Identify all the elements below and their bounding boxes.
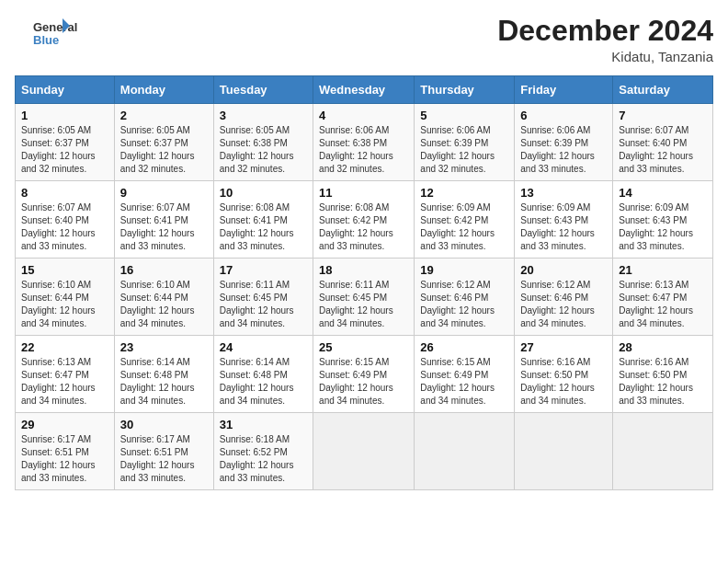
calendar-day-cell	[515, 413, 613, 490]
day-info: Sunrise: 6:15 AMSunset: 6:49 PMDaylight:…	[319, 356, 408, 408]
day-number: 1	[21, 109, 108, 122]
calendar-day-cell: 18Sunrise: 6:11 AMSunset: 6:45 PMDayligh…	[313, 259, 415, 336]
day-info: Sunrise: 6:13 AMSunset: 6:47 PMDaylight:…	[619, 279, 707, 330]
calendar-week-row: 1Sunrise: 6:05 AMSunset: 6:37 PMDaylight…	[16, 104, 713, 181]
day-number: 31	[220, 418, 307, 431]
header-day-sunday: Sunday	[16, 76, 115, 104]
day-number: 26	[420, 340, 508, 354]
header-day-wednesday: Wednesday	[313, 76, 415, 104]
day-info: Sunrise: 6:18 AMSunset: 6:52 PMDaylight:…	[220, 433, 307, 485]
calendar-day-cell: 31Sunrise: 6:18 AMSunset: 6:52 PMDayligh…	[213, 413, 313, 490]
day-number: 21	[619, 263, 707, 277]
day-number: 4	[319, 109, 408, 122]
day-info: Sunrise: 6:05 AMSunset: 6:38 PMDaylight:…	[220, 124, 307, 176]
calendar-header-row: SundayMondayTuesdayWednesdayThursdayFrid…	[16, 76, 713, 104]
calendar-day-cell: 6Sunrise: 6:06 AMSunset: 6:39 PMDaylight…	[515, 104, 613, 181]
day-info: Sunrise: 6:15 AMSunset: 6:49 PMDaylight:…	[420, 356, 508, 408]
calendar-week-row: 29Sunrise: 6:17 AMSunset: 6:51 PMDayligh…	[16, 413, 713, 490]
day-number: 20	[520, 263, 607, 277]
day-number: 28	[619, 340, 707, 354]
day-info: Sunrise: 6:08 AMSunset: 6:42 PMDaylight:…	[319, 201, 408, 253]
day-number: 24	[220, 340, 307, 354]
day-info: Sunrise: 6:10 AMSunset: 6:44 PMDaylight:…	[21, 279, 108, 330]
day-info: Sunrise: 6:07 AMSunset: 6:40 PMDaylight:…	[21, 201, 108, 253]
day-info: Sunrise: 6:17 AMSunset: 6:51 PMDaylight:…	[21, 433, 108, 485]
calendar-day-cell: 15Sunrise: 6:10 AMSunset: 6:44 PMDayligh…	[16, 259, 115, 336]
calendar-day-cell: 19Sunrise: 6:12 AMSunset: 6:46 PMDayligh…	[415, 259, 515, 336]
calendar-day-cell: 5Sunrise: 6:06 AMSunset: 6:39 PMDaylight…	[415, 104, 515, 181]
calendar-day-cell: 13Sunrise: 6:09 AMSunset: 6:43 PMDayligh…	[515, 181, 613, 259]
day-number: 3	[220, 109, 307, 122]
day-info: Sunrise: 6:14 AMSunset: 6:48 PMDaylight:…	[220, 356, 307, 408]
day-number: 15	[21, 263, 108, 277]
day-number: 8	[21, 186, 108, 200]
day-info: Sunrise: 6:08 AMSunset: 6:41 PMDaylight:…	[220, 201, 307, 253]
calendar-day-cell: 7Sunrise: 6:07 AMSunset: 6:40 PMDaylight…	[613, 104, 713, 181]
day-number: 18	[319, 263, 408, 277]
day-info: Sunrise: 6:13 AMSunset: 6:47 PMDaylight:…	[21, 356, 108, 408]
calendar-day-cell: 9Sunrise: 6:07 AMSunset: 6:41 PMDaylight…	[114, 181, 213, 259]
svg-text:General: General	[33, 20, 77, 34]
day-number: 22	[21, 340, 108, 354]
calendar-day-cell: 28Sunrise: 6:16 AMSunset: 6:50 PMDayligh…	[613, 336, 713, 413]
location: Kidatu, Tanzania	[497, 49, 713, 64]
calendar-day-cell: 16Sunrise: 6:10 AMSunset: 6:44 PMDayligh…	[114, 259, 213, 336]
calendar-day-cell: 29Sunrise: 6:17 AMSunset: 6:51 PMDayligh…	[16, 413, 115, 490]
day-number: 7	[619, 109, 707, 122]
calendar-week-row: 8Sunrise: 6:07 AMSunset: 6:40 PMDaylight…	[16, 181, 713, 259]
calendar-week-row: 22Sunrise: 6:13 AMSunset: 6:47 PMDayligh…	[16, 336, 713, 413]
calendar-day-cell	[415, 413, 515, 490]
calendar-day-cell: 11Sunrise: 6:08 AMSunset: 6:42 PMDayligh…	[313, 181, 415, 259]
calendar-day-cell: 25Sunrise: 6:15 AMSunset: 6:49 PMDayligh…	[313, 336, 415, 413]
calendar-day-cell: 4Sunrise: 6:06 AMSunset: 6:38 PMDaylight…	[313, 104, 415, 181]
calendar-day-cell: 12Sunrise: 6:09 AMSunset: 6:42 PMDayligh…	[415, 181, 515, 259]
day-info: Sunrise: 6:09 AMSunset: 6:42 PMDaylight:…	[420, 201, 508, 253]
logo-icon: General Blue	[15, 15, 88, 52]
day-info: Sunrise: 6:11 AMSunset: 6:45 PMDaylight:…	[220, 279, 307, 330]
day-info: Sunrise: 6:14 AMSunset: 6:48 PMDaylight:…	[120, 356, 208, 408]
header-day-saturday: Saturday	[613, 76, 713, 104]
calendar-day-cell: 1Sunrise: 6:05 AMSunset: 6:37 PMDaylight…	[16, 104, 115, 181]
calendar-day-cell: 27Sunrise: 6:16 AMSunset: 6:50 PMDayligh…	[515, 336, 613, 413]
day-number: 9	[120, 186, 208, 200]
day-info: Sunrise: 6:06 AMSunset: 6:39 PMDaylight:…	[520, 124, 607, 176]
day-info: Sunrise: 6:07 AMSunset: 6:41 PMDaylight:…	[120, 201, 208, 253]
svg-text:Blue: Blue	[33, 33, 59, 47]
calendar-day-cell: 2Sunrise: 6:05 AMSunset: 6:37 PMDaylight…	[114, 104, 213, 181]
day-number: 19	[420, 263, 508, 277]
day-number: 5	[420, 109, 508, 122]
calendar-week-row: 15Sunrise: 6:10 AMSunset: 6:44 PMDayligh…	[16, 259, 713, 336]
page-header: General Blue December 2024 Kidatu, Tanza…	[15, 15, 713, 64]
calendar-day-cell: 24Sunrise: 6:14 AMSunset: 6:48 PMDayligh…	[213, 336, 313, 413]
day-number: 10	[220, 186, 307, 200]
day-number: 13	[520, 186, 607, 200]
calendar-day-cell: 3Sunrise: 6:05 AMSunset: 6:38 PMDaylight…	[213, 104, 313, 181]
day-info: Sunrise: 6:11 AMSunset: 6:45 PMDaylight:…	[319, 279, 408, 330]
day-info: Sunrise: 6:07 AMSunset: 6:40 PMDaylight:…	[619, 124, 707, 176]
calendar-day-cell: 20Sunrise: 6:12 AMSunset: 6:46 PMDayligh…	[515, 259, 613, 336]
title-block: December 2024 Kidatu, Tanzania	[497, 15, 713, 64]
calendar-day-cell	[313, 413, 415, 490]
header-day-tuesday: Tuesday	[213, 76, 313, 104]
calendar-day-cell	[613, 413, 713, 490]
day-number: 12	[420, 186, 508, 200]
month-title: December 2024	[497, 15, 713, 47]
day-info: Sunrise: 6:09 AMSunset: 6:43 PMDaylight:…	[619, 201, 707, 253]
logo: General Blue	[15, 15, 88, 52]
day-info: Sunrise: 6:12 AMSunset: 6:46 PMDaylight:…	[420, 279, 508, 330]
day-info: Sunrise: 6:06 AMSunset: 6:38 PMDaylight:…	[319, 124, 408, 176]
header-day-friday: Friday	[515, 76, 613, 104]
day-number: 23	[120, 340, 208, 354]
day-number: 11	[319, 186, 408, 200]
day-number: 16	[120, 263, 208, 277]
calendar-day-cell: 23Sunrise: 6:14 AMSunset: 6:48 PMDayligh…	[114, 336, 213, 413]
day-number: 14	[619, 186, 707, 200]
day-info: Sunrise: 6:06 AMSunset: 6:39 PMDaylight:…	[420, 124, 508, 176]
day-number: 27	[520, 340, 607, 354]
calendar-day-cell: 8Sunrise: 6:07 AMSunset: 6:40 PMDaylight…	[16, 181, 115, 259]
day-info: Sunrise: 6:16 AMSunset: 6:50 PMDaylight:…	[619, 356, 707, 408]
day-info: Sunrise: 6:05 AMSunset: 6:37 PMDaylight:…	[120, 124, 208, 176]
day-number: 25	[319, 340, 408, 354]
day-info: Sunrise: 6:09 AMSunset: 6:43 PMDaylight:…	[520, 201, 607, 253]
day-info: Sunrise: 6:12 AMSunset: 6:46 PMDaylight:…	[520, 279, 607, 330]
